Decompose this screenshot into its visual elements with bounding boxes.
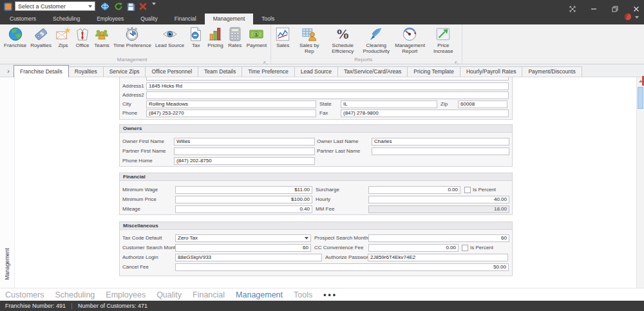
ribbon-button-zips[interactable]: Zips (53, 24, 73, 48)
state-input[interactable] (341, 100, 437, 108)
authorize-login-input[interactable] (175, 254, 322, 261)
nav-overflow-dots[interactable]: ••• (323, 290, 337, 299)
ribbon-button-royalties[interactable]: $Royalties (28, 24, 53, 48)
prospect-search-months-input[interactable] (368, 234, 509, 242)
owner-last-name-label: Owner Last Name (317, 138, 372, 144)
ribbon-button-label: Payment (247, 42, 267, 48)
scrollbar-thumb[interactable] (638, 87, 643, 109)
ribbon-button-label: Cleaning Productivity (361, 42, 391, 54)
chevron-down-icon[interactable] (635, 16, 639, 19)
ribbon-tab-scheduling[interactable]: Scheduling (44, 14, 88, 24)
hourly-input[interactable] (368, 196, 509, 203)
address1-input[interactable] (146, 82, 509, 90)
customer-selector[interactable]: Select a Customer (15, 1, 95, 11)
doc-tab-hourly-payroll-rates[interactable]: Hourly/Payroll Rates (460, 66, 522, 77)
ribbon-button-payment[interactable]: $Payment (245, 24, 269, 48)
minimum-wage-input[interactable] (175, 186, 312, 194)
ribbon-tab-financial[interactable]: Financial (166, 14, 205, 24)
mileage-input[interactable] (175, 205, 312, 213)
save-icon[interactable] (126, 2, 135, 11)
cc-convenience-fee-input[interactable] (368, 244, 459, 252)
side-tab-management[interactable]: Management (4, 248, 10, 280)
line-chart-icon (275, 26, 290, 42)
ribbon-tab-management[interactable]: Management (205, 14, 254, 24)
bottom-nav-management[interactable]: Management (236, 290, 283, 299)
surcharge-input[interactable] (368, 186, 460, 194)
svg-text:%: % (336, 26, 350, 42)
partner-last-name-input[interactable] (372, 147, 509, 155)
close-button[interactable] (633, 3, 640, 10)
phone-home-input[interactable] (174, 157, 315, 165)
city-label: City (122, 101, 146, 107)
bottom-nav-scheduling[interactable]: Scheduling (55, 290, 95, 299)
city-input[interactable] (146, 100, 316, 108)
cc-is-percent-checkbox[interactable] (462, 245, 468, 251)
address2-input[interactable] (146, 91, 509, 99)
ribbon-button-price-increase[interactable]: Price Increase (426, 24, 460, 54)
zip-input[interactable] (458, 100, 507, 108)
dialog-launcher-icon[interactable] (455, 57, 460, 62)
phone-input[interactable] (146, 109, 316, 117)
dialog-launcher-icon[interactable] (263, 57, 269, 62)
fax-input[interactable] (341, 109, 509, 117)
cancel-fee-input[interactable] (175, 263, 509, 271)
ribbon-button-management-report[interactable]: Management Report (393, 24, 426, 54)
refresh-icon[interactable] (114, 2, 123, 11)
vertical-scrollbar[interactable] (636, 77, 644, 288)
ribbon-button-office[interactable]: Office (73, 24, 92, 48)
ribbon-button-cleaning-productivity[interactable]: Cleaning Productivity (359, 24, 393, 54)
tax-code-default-combo[interactable]: Zero Tax (175, 234, 311, 242)
ribbon-tab-customers[interactable]: Customers (1, 14, 44, 24)
bottom-nav-customers[interactable]: Customers (5, 290, 44, 299)
minimize-button[interactable] (591, 3, 598, 10)
tab-scroll-arrow[interactable]: › (3, 66, 14, 75)
ribbon-button-label: Office (76, 42, 90, 48)
ribbon-button-sales[interactable]: Sales (273, 24, 292, 48)
ribbon-button-teams[interactable]: Teams (92, 24, 111, 48)
doc-tab-pricing-template[interactable]: Pricing Template (407, 66, 460, 77)
doc-tab-team-details[interactable]: Team Details (198, 66, 242, 77)
delete-icon[interactable] (138, 2, 147, 11)
chevron-down-icon (88, 5, 92, 8)
bottom-nav-financial[interactable]: Financial (193, 290, 225, 299)
partner-first-name-input[interactable] (174, 147, 315, 155)
bottom-nav-tools[interactable]: Tools (294, 290, 312, 299)
authorize-password-input[interactable] (368, 254, 508, 261)
ribbon-button-franchise[interactable]: Franchise (2, 24, 28, 48)
bottom-nav-employees[interactable]: Employees (106, 290, 146, 299)
ribbon-tab-tools[interactable]: Tools (253, 14, 283, 24)
clipped-field-above[interactable] (146, 77, 509, 80)
doc-tab-time-preference[interactable]: Time Preference (242, 66, 295, 77)
brand-logo-icon[interactable] (624, 12, 632, 23)
ribbon-button-time-preference[interactable]: Time Preference (111, 24, 153, 48)
doc-tab-service-zips[interactable]: Service Zips (103, 66, 146, 77)
ribbon-tab-quality[interactable]: Quality (132, 14, 166, 24)
doc-tab-payment-discounts[interactable]: Payment/Discounts (522, 66, 582, 77)
owner-first-name-input[interactable] (174, 138, 315, 146)
surcharge-is-percent-checkbox[interactable] (464, 187, 471, 193)
doc-tab-tax-service-card-areas[interactable]: Tax/Service/Card/Areas (337, 66, 408, 77)
ribbon-button-lead-source[interactable]: Lead Source (153, 24, 186, 48)
minimum-price-input[interactable] (175, 196, 312, 203)
eye-icon (162, 26, 178, 42)
app-icon (4, 2, 12, 14)
restore-button[interactable] (612, 3, 619, 10)
ribbon-button-pricing[interactable]: Pricing (205, 24, 225, 48)
mm-fee-label: MM Fee (316, 206, 368, 212)
customer-count-status: Number of Customers: 471 (78, 303, 147, 309)
doc-tab-lead-source[interactable]: Lead Source (294, 66, 338, 77)
ribbon-button-schedule-efficiency[interactable]: %Schedule Efficiency (326, 24, 359, 54)
doc-tab-royalties[interactable]: Royalties (68, 66, 104, 77)
ribbon-button-sales-by-rep[interactable]: Sales by Rep (292, 24, 326, 54)
customer-search-months-input[interactable] (175, 244, 311, 252)
ribbon-tab-employees[interactable]: Employees (88, 14, 132, 24)
sync-icon[interactable] (100, 2, 109, 11)
bottom-nav-quality[interactable]: Quality (156, 290, 182, 299)
doc-tab-office-personnel[interactable]: Office Personnel (145, 66, 198, 77)
ribbon-button-tax[interactable]: Tax (186, 24, 205, 48)
fullscreen-button[interactable] (569, 3, 576, 10)
owner-last-name-input[interactable] (372, 138, 509, 146)
miscellaneous-section: Miscellaneous Tax Code Default Zero Tax … (119, 221, 513, 276)
ribbon-button-rates[interactable]: Rates (225, 24, 245, 48)
doc-tab-franchise-details[interactable]: Franchise Details (14, 65, 69, 77)
